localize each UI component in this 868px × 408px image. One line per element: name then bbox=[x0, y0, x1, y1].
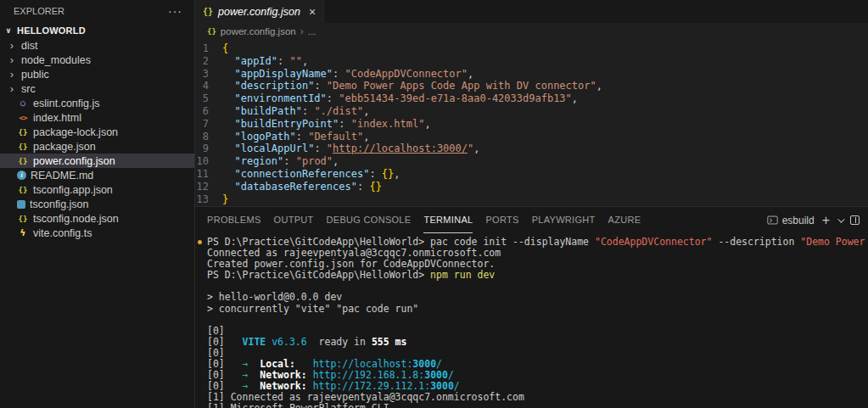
panel-tab-debug-console[interactable]: DEBUG CONSOLE bbox=[327, 207, 412, 233]
html-icon: <> bbox=[17, 114, 29, 122]
code-line[interactable]: 10 "region": "prod", bbox=[195, 155, 868, 168]
tree-item-label: public bbox=[21, 69, 49, 81]
bottom-panel: PROBLEMSOUTPUTDEBUG CONSOLETERMINALPORTS… bbox=[195, 206, 868, 408]
code-text: "appDisplayName": "CodeAppDVConnector", bbox=[222, 68, 473, 81]
chevron-right-icon: › bbox=[7, 39, 17, 52]
tab-power-config-json[interactable]: {} power.config.json × bbox=[195, 0, 324, 23]
panel-tab-ports[interactable]: PORTS bbox=[485, 207, 518, 233]
code-text: "appId": "", bbox=[222, 55, 308, 68]
panel-tab-problems[interactable]: PROBLEMS bbox=[207, 207, 261, 233]
json-icon: {} bbox=[17, 215, 29, 223]
editor-area: {} power.config.json × {} power.config.j… bbox=[195, 0, 868, 408]
panel-header: PROBLEMSOUTPUTDEBUG CONSOLETERMINALPORTS… bbox=[195, 207, 868, 233]
eslint-icon: ○ bbox=[17, 98, 29, 108]
command-decoration-icon bbox=[198, 240, 202, 244]
vite-icon: ϟ bbox=[17, 227, 29, 238]
split-terminal-icon[interactable] bbox=[850, 215, 860, 225]
terminal-line[interactable]: > concurrently "vite" "pac code run" bbox=[207, 304, 868, 315]
json-icon: {} bbox=[17, 128, 29, 137]
json-file-icon: {} bbox=[207, 27, 216, 36]
code-editor[interactable]: 1{2 "appId": "",3 "appDisplayName": "Cod… bbox=[195, 40, 868, 206]
workspace-root[interactable]: ∨ HELLOWORLD bbox=[0, 22, 194, 38]
panel-tab-playwright[interactable]: PLAYWRIGHT bbox=[532, 207, 596, 233]
line-number: 12 bbox=[195, 181, 222, 193]
panel-tab-terminal[interactable]: TERMINAL bbox=[423, 207, 473, 233]
terminal-icon bbox=[767, 215, 778, 226]
tree-item-label: tsconfig.app.json bbox=[33, 184, 113, 196]
folder-node_modules[interactable]: ›node_modules bbox=[0, 53, 194, 67]
terminal-line[interactable]: [0] VITE v6.3.6 ready in 555 ms bbox=[207, 337, 868, 348]
more-actions-icon[interactable]: ··· bbox=[168, 4, 182, 18]
panel-tab-azure[interactable]: AZURE bbox=[608, 207, 641, 233]
code-line[interactable]: 2 "appId": "", bbox=[195, 55, 868, 68]
code-line[interactable]: 7 "buildEntryPoint": "index.html", bbox=[195, 118, 868, 131]
code-line[interactable]: 3 "appDisplayName": "CodeAppDVConnector"… bbox=[195, 68, 868, 81]
json-icon: {} bbox=[17, 143, 29, 151]
terminal-line[interactable]: PS D:\Practice\GitCodeApp\HelloWorld> np… bbox=[207, 270, 868, 281]
chevron-right-icon: › bbox=[300, 25, 304, 37]
vscode-window: EXPLORER ··· ∨ HELLOWORLD ›dist›node_mod… bbox=[0, 0, 868, 408]
code-line[interactable]: 8 "logoPath": "Default", bbox=[195, 131, 868, 143]
file-power.config.json[interactable]: {}power.config.json bbox=[0, 154, 194, 168]
file-vite.config.ts[interactable]: ϟvite.config.ts bbox=[0, 226, 194, 240]
code-text: "localAppUrl": "http://localhost:3000/", bbox=[222, 143, 479, 155]
line-number: 3 bbox=[195, 68, 222, 81]
chevron-right-icon: › bbox=[7, 53, 17, 66]
line-number: 1 bbox=[195, 42, 222, 55]
code-line[interactable]: 6 "buildPath": "./dist", bbox=[195, 105, 868, 118]
breadcrumb[interactable]: {} power.config.json › ... bbox=[195, 23, 868, 40]
file-eslint.config.js[interactable]: ○eslint.config.js bbox=[0, 96, 194, 110]
file-tsconfig.json[interactable]: tsconfig.json bbox=[0, 197, 194, 211]
json-icon: {} bbox=[17, 186, 29, 194]
code-line[interactable]: 1{ bbox=[195, 42, 868, 55]
info-icon: i bbox=[17, 170, 26, 180]
tree-item-label: src bbox=[21, 83, 36, 95]
workspace-name: HELLOWORLD bbox=[17, 25, 86, 36]
code-text: "logoPath": "Default", bbox=[222, 131, 369, 143]
new-terminal-icon[interactable]: + bbox=[822, 214, 830, 227]
file-package.json[interactable]: {}package.json bbox=[0, 139, 194, 154]
terminal-dropdown-chevron-icon[interactable] bbox=[837, 215, 844, 222]
terminal-line[interactable]: [1] Microsoft PowerPlatform CLI bbox=[207, 403, 868, 408]
explorer-title: EXPLORER bbox=[14, 6, 64, 16]
terminal-output[interactable]: PS D:\Practice\GitCodeApp\HelloWorld> pa… bbox=[195, 233, 868, 408]
tree-item-label: dist bbox=[21, 40, 37, 52]
file-tsconfig.node.json[interactable]: {}tsconfig.node.json bbox=[0, 211, 194, 226]
terminal-process-label: esbuild bbox=[782, 215, 815, 226]
tab-label: power.config.json bbox=[218, 6, 300, 18]
line-number: 13 bbox=[195, 193, 222, 206]
code-text: } bbox=[222, 193, 228, 206]
code-text: "region": "prod", bbox=[222, 155, 339, 168]
code-text: "buildPath": "./dist", bbox=[222, 105, 369, 118]
terminal-line[interactable] bbox=[207, 315, 868, 326]
code-line[interactable]: 4 "description": "Demo Power Apps Code A… bbox=[195, 80, 868, 92]
editor-tabbar: {} power.config.json × bbox=[195, 0, 868, 23]
code-line[interactable]: 5 "environmentId": "ebb51434-39ed-e71a-8… bbox=[195, 92, 868, 105]
terminal-process-esbuild[interactable]: esbuild bbox=[767, 215, 815, 226]
tree-item-label: README.md bbox=[31, 170, 93, 182]
code-line[interactable]: 12 "databaseReferences": {} bbox=[195, 181, 868, 193]
tree-item-label: eslint.config.js bbox=[33, 98, 100, 109]
json-file-icon: {} bbox=[203, 7, 213, 16]
file-package-lock.json[interactable]: {}package-lock.json bbox=[0, 125, 194, 139]
close-icon[interactable]: × bbox=[309, 6, 316, 18]
line-number: 5 bbox=[195, 92, 222, 105]
folder-src[interactable]: ›src bbox=[0, 81, 194, 96]
panel-tab-output[interactable]: OUTPUT bbox=[274, 207, 314, 233]
code-line[interactable]: 13} bbox=[195, 193, 868, 206]
breadcrumb-file[interactable]: power.config.json bbox=[221, 26, 296, 36]
file-index.html[interactable]: <>index.html bbox=[0, 110, 194, 125]
tsconfig-icon bbox=[17, 200, 25, 209]
code-text: { bbox=[222, 42, 228, 55]
folder-dist[interactable]: ›dist bbox=[0, 38, 194, 53]
code-line[interactable]: 11 "connectionReferences": {}, bbox=[195, 168, 868, 181]
code-text: "databaseReferences": {} bbox=[222, 181, 382, 193]
code-text: "connectionReferences": {}, bbox=[222, 168, 400, 181]
tree-item-label: package-lock.json bbox=[33, 126, 118, 138]
file-tsconfig.app.json[interactable]: {}tsconfig.app.json bbox=[0, 182, 194, 197]
folder-public[interactable]: ›public bbox=[0, 67, 194, 81]
file-README.md[interactable]: iREADME.md bbox=[0, 168, 194, 182]
code-line[interactable]: 9 "localAppUrl": "http://localhost:3000/… bbox=[195, 143, 868, 155]
tree-item-label: package.json bbox=[33, 141, 96, 153]
breadcrumb-tail[interactable]: ... bbox=[308, 26, 316, 36]
